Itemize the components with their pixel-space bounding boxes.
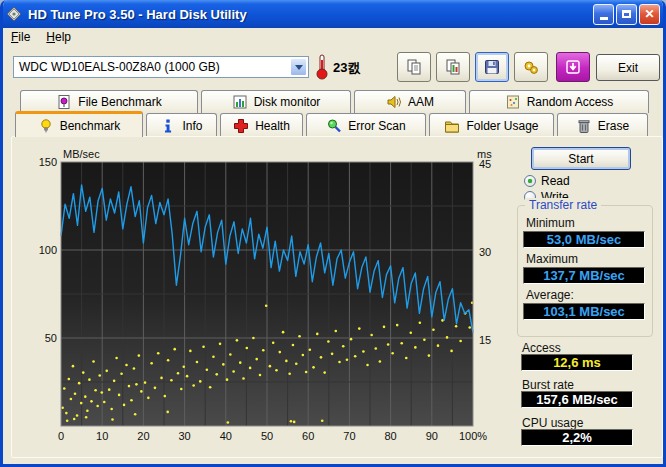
- drive-select-drop-button[interactable]: [290, 58, 307, 76]
- svg-text:90: 90: [426, 430, 438, 442]
- tab-benchmark[interactable]: Benchmark: [15, 111, 143, 137]
- tab-error-scan[interactable]: Error Scan: [306, 113, 426, 137]
- close-button[interactable]: ✕: [639, 4, 660, 25]
- svg-text:0: 0: [58, 430, 64, 442]
- title-bar[interactable]: HD Tune Pro 3.50 - Hard Disk Utility ✕: [0, 0, 666, 28]
- drive-temperature: 23캜: [333, 59, 360, 77]
- exit-button[interactable]: Exit: [596, 54, 660, 81]
- update-button[interactable]: [556, 52, 590, 82]
- svg-text:30: 30: [479, 246, 491, 258]
- svg-text:80: 80: [384, 430, 396, 442]
- svg-text:20: 20: [137, 430, 149, 442]
- benchmark-lamp-icon: [38, 118, 54, 134]
- tab-info[interactable]: Info: [146, 113, 217, 137]
- tab-row-secondary: File Benchmark Disk monitor AAM: [20, 90, 649, 113]
- trash-icon: [576, 118, 592, 134]
- app-icon: [6, 6, 22, 22]
- svg-text:150: 150: [39, 156, 57, 168]
- magnifier-icon: [326, 118, 342, 134]
- svg-text:50: 50: [261, 430, 273, 442]
- menu-bar: File Help: [3, 28, 663, 46]
- random-access-icon: [505, 94, 521, 110]
- window-title: HD Tune Pro 3.50 - Hard Disk Utility: [28, 7, 591, 22]
- tab-disk-monitor[interactable]: Disk monitor: [201, 90, 351, 113]
- benchmark-chart: MB/sec15010050ms453015010203040506070809…: [31, 144, 505, 448]
- svg-text:100: 100: [39, 244, 57, 256]
- download-arrow-icon: [565, 59, 581, 75]
- minimum-label: Minimum: [526, 216, 575, 230]
- file-benchmark-icon: [56, 94, 72, 110]
- health-cross-icon: [233, 118, 249, 134]
- svg-text:15: 15: [479, 334, 491, 346]
- menu-help[interactable]: Help: [38, 28, 79, 46]
- svg-text:MB/sec: MB/sec: [63, 148, 100, 160]
- drive-select-value: WDC WD10EALS-00Z8A0 (1000 GB): [19, 60, 220, 74]
- svg-text:50: 50: [45, 332, 57, 344]
- access-value: 12,6 ms: [521, 354, 633, 371]
- app-window: HD Tune Pro 3.50 - Hard Disk Utility ✕ F…: [0, 0, 666, 467]
- cpu-usage-value: 2,2%: [521, 429, 633, 446]
- minimize-button[interactable]: [593, 4, 614, 25]
- copy-text-icon: [406, 59, 422, 75]
- transfer-rate-group: Transfer rate Minimum 53,0 MB/sec Maximu…: [517, 205, 653, 337]
- folder-icon: [444, 118, 460, 134]
- cpu-usage-label: CPU usage: [522, 416, 583, 430]
- tab-aam[interactable]: AAM: [354, 90, 466, 113]
- tab-random-access[interactable]: Random Access: [469, 90, 649, 113]
- maximize-icon: [622, 10, 631, 18]
- thermometer-icon: [315, 53, 329, 80]
- copy-text-button[interactable]: [397, 52, 431, 82]
- save-icon: [484, 59, 500, 75]
- svg-text:70: 70: [343, 430, 355, 442]
- minimize-icon: [600, 17, 608, 20]
- maximize-button[interactable]: [616, 4, 637, 25]
- svg-text:100%: 100%: [459, 430, 487, 442]
- svg-text:45: 45: [479, 158, 491, 170]
- info-icon: [160, 118, 176, 134]
- svg-text:60: 60: [302, 430, 314, 442]
- access-label: Access: [522, 341, 561, 355]
- tab-folder-usage[interactable]: Folder Usage: [429, 113, 554, 137]
- drive-select[interactable]: WDC WD10EALS-00Z8A0 (1000 GB): [13, 56, 309, 78]
- maximum-value: 137,7 MB/sec: [523, 267, 645, 284]
- svg-text:30: 30: [178, 430, 190, 442]
- speaker-icon: [386, 94, 402, 110]
- tab-erase[interactable]: Erase: [557, 113, 648, 137]
- average-value: 103,1 MB/sec: [523, 303, 645, 320]
- disk-monitor-icon: [232, 94, 248, 110]
- copy-image-icon: [445, 59, 461, 75]
- chevron-down-icon: [295, 65, 303, 70]
- close-icon: ✕: [644, 8, 654, 20]
- average-label: Average:: [526, 288, 574, 302]
- svg-text:10: 10: [96, 430, 108, 442]
- save-button[interactable]: [475, 52, 509, 82]
- transfer-rate-title: Transfer rate: [525, 198, 601, 212]
- burst-rate-value: 157,6 MB/sec: [521, 391, 633, 408]
- options-button[interactable]: [514, 52, 548, 82]
- radio-read-circle: [524, 175, 536, 187]
- minimum-value: 53,0 MB/sec: [523, 231, 645, 248]
- svg-text:40: 40: [220, 430, 232, 442]
- tab-health[interactable]: Health: [220, 113, 303, 137]
- radio-read[interactable]: Read: [524, 174, 570, 188]
- menu-file[interactable]: File: [3, 28, 38, 46]
- maximum-label: Maximum: [526, 252, 578, 266]
- tab-row-primary: Benchmark Info Health Error Scan: [15, 113, 648, 137]
- start-button[interactable]: Start: [531, 147, 631, 170]
- gears-icon: [523, 59, 539, 75]
- burst-rate-label: Burst rate: [522, 378, 574, 392]
- tab-file-benchmark[interactable]: File Benchmark: [20, 90, 198, 113]
- copy-image-button[interactable]: [436, 52, 470, 82]
